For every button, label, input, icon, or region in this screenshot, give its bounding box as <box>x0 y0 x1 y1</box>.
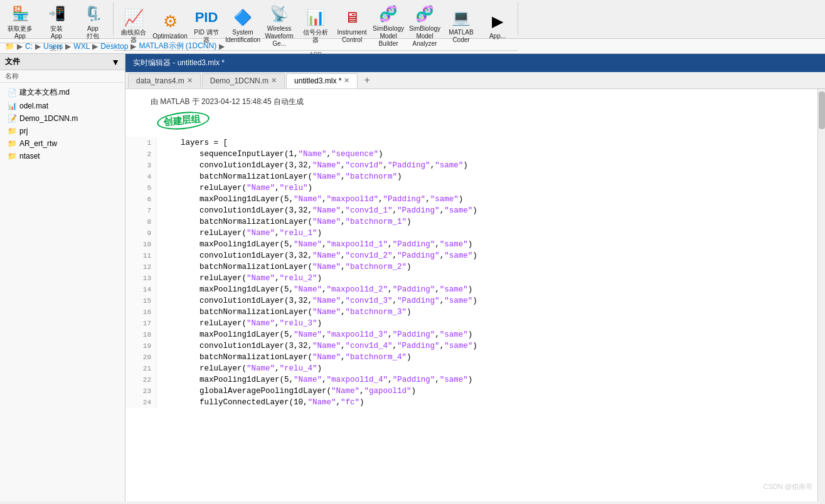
editor-tabs: data_trans4.m ✕ Demo_1DCNN.m ✕ untitled3… <box>125 72 825 89</box>
wireless-waveform-label: WirelessWaveform Ge... <box>264 25 294 48</box>
file-icon-2: 📝 <box>8 114 17 123</box>
wireless-waveform-button[interactable]: 📡 WirelessWaveform Ge... <box>262 3 297 49</box>
code-editor-wrapper: 由 MATLAB 于 2023-04-12 15:48:45 自动生成 创建层组… <box>125 89 825 501</box>
line-numbers: 123456789101112131415161718192021222324 <box>125 137 157 408</box>
tab-untitled3-close[interactable]: ✕ <box>344 76 349 85</box>
pid-button[interactable]: PID PID 调节器 <box>189 6 224 45</box>
simbiology-builder-icon: 🧬 <box>378 4 398 24</box>
get-more-app-label: 获取更多 App <box>5 25 35 40</box>
scrollbar-thumb[interactable] <box>819 92 825 129</box>
vertical-scrollbar[interactable] <box>817 89 825 501</box>
simbiology-analyzer-icon: 🧬 <box>415 4 435 24</box>
breadcrumb-sep-1: ▶ <box>35 42 41 51</box>
matlab-coder-button[interactable]: 💻 MATLAB Coder <box>444 6 479 45</box>
file-name-1: odel.mat <box>19 102 48 110</box>
file-icon-5: 📁 <box>8 152 17 160</box>
breadcrumb-wxl[interactable]: WXL <box>73 42 90 51</box>
system-id-button[interactable]: 🔷 SystemIdentification <box>225 6 260 45</box>
breadcrumb-matlab-examples[interactable]: MATLAB示例 (1DCNN) <box>139 41 216 51</box>
sidebar-item-5[interactable]: 📁 ntaset <box>0 150 125 162</box>
watermark: CSDN @佰南哥 <box>764 482 812 491</box>
code-editor[interactable]: 由 MATLAB 于 2023-04-12 15:48:45 自动生成 创建层组… <box>125 89 817 501</box>
section-label-annotation: 创建层组 <box>156 110 210 132</box>
file-name-0: 建文本文档.md <box>19 87 70 98</box>
file-name-4: AR_ert_rtw <box>19 139 57 148</box>
simbiology-builder-label: SimBiologyModel Builder <box>373 25 404 48</box>
tab-data-trans4[interactable]: data_trans4.m ✕ <box>128 73 201 88</box>
breadcrumb-sep-2: ▶ <box>65 42 71 51</box>
sidebar-title: 文件 <box>5 56 20 67</box>
optimization-button[interactable]: ⚙ Optimization <box>152 10 188 41</box>
main-layout: 文件 ▼ 名称 📄 建文本文档.md 📊 odel.mat 📝 Demo_1DC… <box>0 54 825 501</box>
file-name-5: ntaset <box>19 152 40 160</box>
sidebar-expand-icon[interactable]: ▼ <box>111 57 120 67</box>
more-apps-label: App... <box>489 33 506 40</box>
sidebar-item-1[interactable]: 📊 odel.mat <box>0 100 125 112</box>
tab-demo-1dcnn[interactable]: Demo_1DCNN.m ✕ <box>202 73 285 88</box>
sidebar-item-2[interactable]: 📝 Demo_1DCNN.m <box>0 112 125 125</box>
breadcrumb-folder-icon: 📁 <box>5 42 14 51</box>
more-apps-button[interactable]: ▶ App... <box>480 10 515 41</box>
system-id-icon: 🔷 <box>233 8 253 28</box>
sidebar-item-3[interactable]: 📁 prj <box>0 125 125 137</box>
install-app-label: 安装App <box>50 25 63 40</box>
sidebar: 文件 ▼ 名称 📄 建文本文档.md 📊 odel.mat 📝 Demo_1DC… <box>0 54 125 501</box>
package-app-button[interactable]: 🗜️ App打包 <box>75 3 110 41</box>
editor-title: 实时编辑器 - untitled3.mlx * <box>133 58 225 68</box>
matlab-coder-icon: 💻 <box>451 8 471 28</box>
simbiology-analyzer-label: SimBiologyModel Analyzer <box>409 25 440 48</box>
simbiology-analyzer-button[interactable]: 🧬 SimBiologyModel Analyzer <box>407 3 442 49</box>
breadcrumb-users[interactable]: Users <box>43 42 63 51</box>
sidebar-item-4[interactable]: 📁 AR_ert_rtw <box>0 137 125 150</box>
breadcrumb-desktop[interactable]: Desktop <box>100 42 128 51</box>
signal-analyzer-icon: 📊 <box>306 8 326 28</box>
sidebar-name-label: 名称 <box>0 70 125 83</box>
file-icon-1: 📊 <box>8 102 17 110</box>
toolbar-section-apps: 📈 曲线拟合器 ⚙ Optimization PID PID 调节器 🔷 Sys… <box>114 3 518 36</box>
file-icon-3: 📁 <box>8 127 17 135</box>
toolbar-section-get-app: 🏪 获取更多 App 📲 安装App 🗜️ App打包 文件 <box>0 3 114 36</box>
breadcrumb-c[interactable]: C: <box>25 42 33 51</box>
main-toolbar: 🏪 获取更多 App 📲 安装App 🗜️ App打包 文件 📈 曲线拟合器 ⚙… <box>0 0 825 39</box>
breadcrumb-sep-5: ▶ <box>219 42 225 51</box>
add-tab-button[interactable]: + <box>359 72 375 88</box>
file-name-2: Demo_1DCNN.m <box>19 114 78 123</box>
instrument-control-icon: 🖥 <box>342 8 362 28</box>
matlab-coder-label: MATLAB Coder <box>446 29 476 44</box>
tab-data-trans4-close[interactable]: ✕ <box>187 76 193 85</box>
package-app-icon: 🗜️ <box>83 4 103 24</box>
sidebar-header: 文件 ▼ <box>0 54 125 70</box>
breadcrumb-sep-0: ▶ <box>17 42 23 51</box>
editor-title-bar: 实时编辑器 - untitled3.mlx * <box>125 54 825 72</box>
sidebar-item-0[interactable]: 📄 建文本文档.md <box>0 85 125 100</box>
system-id-label: SystemIdentification <box>225 29 260 44</box>
section-annotation-container: 创建层组 <box>151 112 817 135</box>
auto-generated-text: 由 MATLAB 于 2023-04-12 15:48:45 自动生成 <box>125 89 817 112</box>
file-name-3: prj <box>19 127 28 135</box>
signal-analyzer-button[interactable]: 📊 信号分析器 <box>298 6 333 45</box>
optimization-icon: ⚙ <box>160 11 180 31</box>
tab-untitled3-label: untitled3.mlx * <box>294 76 341 85</box>
curve-fit-icon: 📈 <box>124 8 144 28</box>
code-lines[interactable]: layers = [ sequenceInputLayer(1,"Name","… <box>157 137 817 408</box>
install-app-icon: 📲 <box>46 4 67 24</box>
tab-demo-1dcnn-label: Demo_1DCNN.m <box>210 76 269 85</box>
curve-fit-button[interactable]: 📈 曲线拟合器 <box>116 6 151 45</box>
install-app-button[interactable]: 📲 安装App <box>39 3 74 41</box>
tab-demo-1dcnn-close[interactable]: ✕ <box>271 76 277 85</box>
wireless-waveform-icon: 📡 <box>269 4 289 24</box>
pid-icon: PID <box>196 8 216 28</box>
editor-area: 实时编辑器 - untitled3.mlx * data_trans4.m ✕ … <box>125 54 825 501</box>
get-more-app-button[interactable]: 🏪 获取更多 App <box>3 3 38 41</box>
instrument-control-label: InstrumentControl <box>337 29 366 44</box>
tab-untitled3[interactable]: untitled3.mlx * ✕ <box>286 73 358 88</box>
signal-analyzer-label: 信号分析器 <box>301 29 331 44</box>
breadcrumb-sep-3: ▶ <box>92 42 98 51</box>
simbiology-builder-button[interactable]: 🧬 SimBiologyModel Builder <box>371 3 406 49</box>
tab-data-trans4-label: data_trans4.m <box>136 76 184 85</box>
sidebar-file-list: 📄 建文本文档.md 📊 odel.mat 📝 Demo_1DCNN.m 📁 p… <box>0 83 125 501</box>
file-icon-4: 📁 <box>8 139 17 148</box>
get-more-app-icon: 🏪 <box>10 4 30 24</box>
breadcrumb-sep-4: ▶ <box>130 42 136 51</box>
instrument-control-button[interactable]: 🖥 InstrumentControl <box>334 6 370 45</box>
